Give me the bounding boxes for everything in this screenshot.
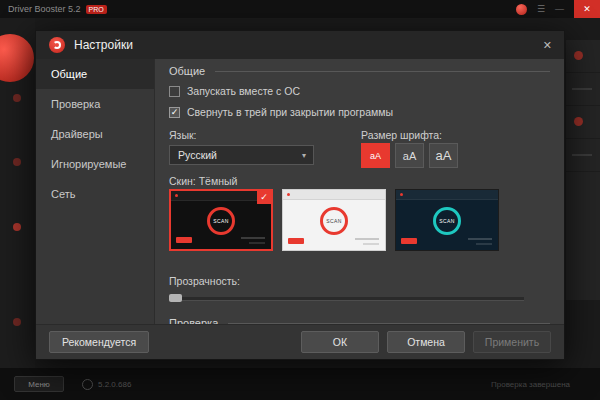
mini-text-line: [468, 238, 492, 240]
recommended-button[interactable]: Рекомендуется: [49, 331, 149, 353]
mini-button: [401, 238, 417, 244]
chevron-down-icon: ▾: [302, 151, 306, 160]
mini-text-line: [363, 243, 379, 245]
mini-button: [288, 238, 304, 244]
driver-icon: [574, 117, 583, 126]
mini-text-line: [355, 238, 379, 240]
background-icon-dot: [13, 158, 21, 166]
scan-button-fragment: [0, 34, 34, 82]
checkbox-autostart[interactable]: Запускать вместе с ОС: [169, 85, 300, 97]
mini-scan-ring: SCAN: [207, 207, 235, 235]
mini-scan-ring: SCAN: [320, 207, 348, 235]
checkbox-label: Свернуть в трей при закрытии программы: [187, 106, 393, 118]
sidebar-item-drivers[interactable]: Драйверы: [36, 119, 154, 149]
checkbox-box[interactable]: ✓: [169, 107, 180, 118]
driver-booster-logo-icon: [49, 37, 65, 53]
pro-badge: PRO: [86, 5, 107, 14]
version-info: 5.2.0.686: [82, 379, 131, 390]
skin-thumb-dark[interactable]: ✓ SCAN: [169, 189, 273, 251]
fontsize-label: Размер шрифта:: [361, 129, 442, 141]
settings-content: Общие Запускать вместе с ОС ✓ Свернуть в…: [155, 59, 564, 325]
mini-text-line: [241, 237, 265, 239]
list-line: [572, 88, 592, 90]
checkbox-box[interactable]: [169, 86, 180, 97]
mini-scan-ring: SCAN: [433, 207, 461, 235]
sidebar-item-ignored[interactable]: Игнорируемые: [36, 149, 154, 179]
language-label: Язык:: [169, 129, 196, 141]
app-statusbar: Меню 5.2.0.686 Проверка завершена: [0, 368, 600, 400]
sidebar-item-general[interactable]: Общие: [36, 59, 154, 89]
mini-scan-label: SCAN: [213, 218, 229, 224]
mini-text-line: [476, 243, 492, 245]
cancel-button[interactable]: Отмена: [387, 331, 465, 353]
hamburger-menu-icon[interactable]: ☰: [537, 0, 545, 18]
mini-logo-icon: [287, 193, 290, 196]
checkbox-label: Запускать вместе с ОС: [187, 85, 300, 97]
mini-scan-label: SCAN: [439, 218, 455, 224]
app-title: Driver Booster 5.2: [8, 4, 81, 14]
app-titlebar: Driver Booster 5.2 PRO ☰ — ✕: [0, 0, 600, 18]
driver-icon: [574, 51, 583, 60]
background-left-panel: [0, 18, 35, 368]
settings-sidebar: Общие Проверка Драйверы Игнорируемые Сет…: [36, 59, 155, 325]
fontsize-small-button[interactable]: аА: [361, 143, 390, 168]
version-text: 5.2.0.686: [98, 380, 131, 389]
gift-icon[interactable]: [516, 4, 527, 15]
mini-logo-icon: [400, 193, 403, 196]
background-list-row: [566, 73, 600, 106]
dialog-footer: Рекомендуется ОК Отмена Применить: [36, 324, 564, 359]
apply-button: Применить: [473, 331, 551, 353]
mini-titlebar: [171, 191, 271, 201]
ok-button[interactable]: ОК: [301, 331, 379, 353]
background-icon-dot: [13, 223, 21, 231]
background-list-row: [566, 106, 600, 139]
background-list-row: [566, 40, 600, 73]
list-line: [572, 154, 592, 156]
app-close-button[interactable]: ✕: [574, 0, 600, 18]
settings-dialog: Настройки ✕ Общие Проверка Драйверы Игно…: [35, 30, 565, 360]
section-header-general: Общие: [169, 65, 550, 77]
fontsize-large-button[interactable]: аА: [429, 143, 458, 168]
skin-thumbnails: ✓ SCAN SCAN: [169, 189, 499, 251]
background-icon-dot: [13, 94, 21, 102]
slider-handle[interactable]: [169, 294, 182, 302]
titlebar-icons: ☰ — ✕: [516, 0, 600, 18]
dialog-close-icon[interactable]: ✕: [543, 39, 552, 52]
slider-track[interactable]: [169, 297, 524, 301]
mini-titlebar: [396, 190, 498, 200]
mini-scan-label: SCAN: [326, 218, 342, 224]
language-dropdown[interactable]: Русский ▾: [169, 145, 314, 165]
selected-check-icon: ✓: [257, 191, 271, 204]
app-window: Driver Booster 5.2 PRO ☰ — ✕ Меню 5.2.0.…: [0, 0, 600, 400]
dialog-title: Настройки: [74, 38, 133, 52]
mini-logo-icon: [175, 194, 178, 197]
transparency-label: Прозрачность:: [169, 275, 240, 287]
fontsize-options: аА аА аА: [361, 143, 458, 168]
mini-text-line: [249, 242, 265, 244]
transparency-slider[interactable]: [169, 293, 524, 303]
menu-button[interactable]: Меню: [14, 376, 64, 392]
fontsize-medium-button[interactable]: аА: [395, 143, 424, 168]
background-icon-dot: [13, 318, 21, 326]
background-right-panel: [566, 40, 600, 300]
mini-button: [176, 237, 192, 243]
section-divider: [215, 71, 550, 72]
minimize-icon[interactable]: —: [555, 0, 564, 18]
section-title: Общие: [169, 65, 205, 77]
scan-status-text: Проверка завершена: [491, 380, 570, 389]
sidebar-item-network[interactable]: Сеть: [36, 179, 154, 209]
background-list-row: [566, 139, 600, 172]
skin-thumb-light[interactable]: SCAN: [282, 189, 386, 251]
skin-thumb-blue[interactable]: SCAN: [395, 189, 499, 251]
checkbox-minimize-to-tray[interactable]: ✓ Свернуть в трей при закрытии программы: [169, 106, 393, 118]
language-value: Русский: [178, 149, 217, 161]
update-icon: [82, 379, 93, 390]
skin-label: Скин: Тёмный: [169, 175, 237, 187]
sidebar-item-scan[interactable]: Проверка: [36, 89, 154, 119]
mini-titlebar: [283, 190, 385, 200]
dialog-titlebar: Настройки ✕: [36, 31, 564, 59]
